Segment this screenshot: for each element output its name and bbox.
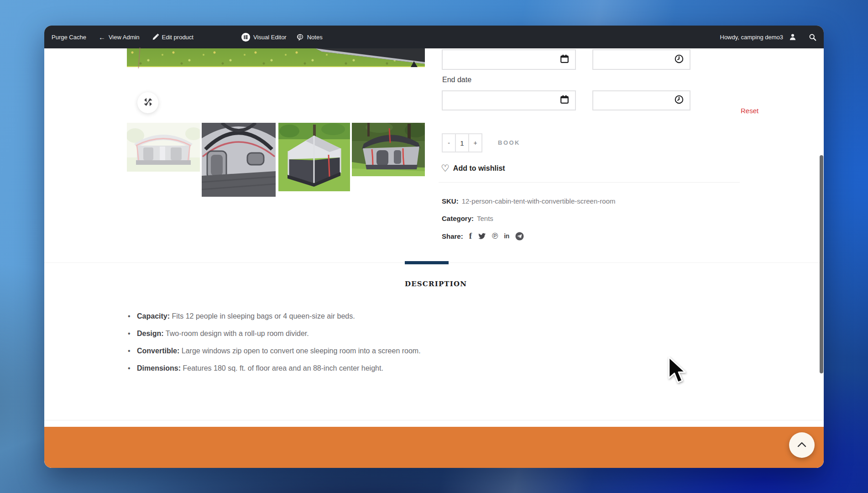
adminbar-right-group: Howdy, camping demo3 <box>720 33 817 41</box>
pinterest-icon[interactable]: ℗ <box>492 231 498 241</box>
site-footer <box>44 427 824 468</box>
scroll-to-top-button[interactable] <box>789 432 815 458</box>
add-to-wishlist-link[interactable]: ♡ Add to wishlist <box>441 163 505 173</box>
share-label: Share: <box>442 232 463 240</box>
arrow-left-icon: ← <box>99 34 105 41</box>
view-admin-label: View Admin <box>109 34 140 41</box>
quantity-plus-button[interactable]: + <box>468 133 482 152</box>
telegram-icon[interactable] <box>515 232 524 241</box>
start-time-input[interactable] <box>592 49 690 70</box>
quantity-stepper: - 1 + <box>442 133 482 152</box>
wp-admin-bar: Purge Cache ← View Admin Edit product Vi… <box>44 26 824 48</box>
search-icon[interactable] <box>809 33 816 41</box>
footer-separator <box>44 420 824 420</box>
product-main-image[interactable] <box>127 48 425 67</box>
tent-guy-line <box>138 47 140 68</box>
purge-cache-label: Purge Cache <box>52 34 86 41</box>
wishlist-divider <box>439 182 740 183</box>
thumbnail-tent-aerial[interactable] <box>278 123 350 191</box>
quantity-value[interactable]: 1 <box>455 133 469 152</box>
end-date-input[interactable] <box>442 90 576 110</box>
wishlist-label: Add to wishlist <box>453 164 505 173</box>
category-label: Category: <box>442 215 474 222</box>
bullet-design: Design: Two-room design with a roll-up r… <box>127 325 483 342</box>
adminbar-notes[interactable]: Notes <box>296 33 323 41</box>
calendar-icon <box>559 54 570 66</box>
facebook-icon[interactable]: f <box>469 231 472 241</box>
visual-editor-label: Visual Editor <box>253 34 287 41</box>
end-time-input[interactable] <box>592 90 690 110</box>
sku-row: SKU: 12-person-cabin-tent-with-convertib… <box>442 197 615 205</box>
thumbnail-tent-shade[interactable] <box>352 123 425 176</box>
user-icon[interactable] <box>789 33 797 41</box>
calendar-icon <box>559 94 570 106</box>
book-button[interactable]: BOOK <box>498 139 520 146</box>
share-row: Share: f ℗ in <box>442 231 524 241</box>
browser-window: Purge Cache ← View Admin Edit product Vi… <box>44 26 824 468</box>
edit-product-label: Edit product <box>162 34 193 41</box>
active-tab-indicator <box>405 261 449 264</box>
notes-label: Notes <box>307 34 323 41</box>
sku-label: SKU: <box>442 197 459 205</box>
expand-icon <box>144 98 152 108</box>
chevron-up-icon <box>797 441 807 449</box>
end-date-label: End date <box>442 76 471 84</box>
bullet-dimensions: Dimensions: Features 180 sq. ft. of floo… <box>127 360 483 377</box>
adminbar-edit-product[interactable]: Edit product <box>152 34 193 41</box>
bullet-capacity: Capacity: Fits 12 people in sleeping bag… <box>127 308 483 325</box>
howdy-account-link[interactable]: Howdy, camping demo3 <box>720 34 784 41</box>
tab-description[interactable]: DESCRIPTION <box>405 280 467 288</box>
thumbnail-tent-interior[interactable] <box>202 123 276 197</box>
comment-icon <box>296 33 304 41</box>
adminbar-view-admin[interactable]: ← View Admin <box>99 34 140 41</box>
page-scrollbar[interactable] <box>820 155 823 373</box>
adminbar-purge-cache[interactable]: Purge Cache <box>52 34 86 41</box>
elementor-icon <box>241 33 250 42</box>
expand-image-button[interactable] <box>137 92 158 113</box>
pencil-icon <box>152 34 159 41</box>
clock-icon <box>674 94 684 106</box>
reset-link[interactable]: Reset <box>741 107 758 115</box>
share-icons: f ℗ in <box>469 231 524 241</box>
category-value-link[interactable]: Tents <box>477 215 493 222</box>
adminbar-visual-editor[interactable]: Visual Editor <box>241 33 287 42</box>
sku-value: 12-person-cabin-tent-with-convertible-sc… <box>462 197 616 205</box>
tent-corner <box>306 48 425 67</box>
quantity-minus-button[interactable]: - <box>442 133 456 152</box>
linkedin-icon[interactable]: in <box>504 232 509 240</box>
heart-icon: ♡ <box>441 163 450 173</box>
description-bullet-list: Capacity: Fits 12 people in sleeping bag… <box>127 308 483 377</box>
start-date-input[interactable] <box>442 49 576 70</box>
category-row: Category: Tents <box>442 215 493 222</box>
twitter-icon[interactable] <box>478 233 486 240</box>
thumbnail-tent-exterior[interactable] <box>127 123 200 172</box>
clock-icon <box>674 54 684 66</box>
bullet-convertible: Convertible: Large windows zip open to c… <box>127 342 483 360</box>
